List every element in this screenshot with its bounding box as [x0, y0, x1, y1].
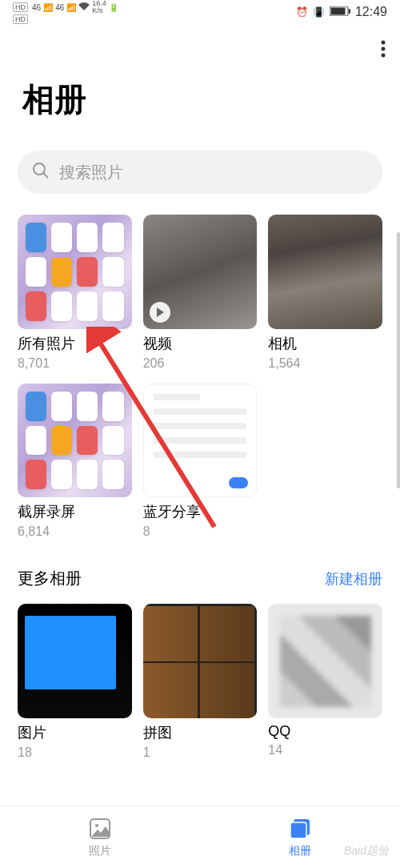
album-count: 8: [143, 524, 258, 539]
search-icon: [32, 162, 50, 183]
svg-point-5: [382, 54, 386, 58]
tab-photos[interactable]: 照片: [0, 817, 200, 858]
album-images[interactable]: 图片 18: [18, 604, 132, 760]
play-icon: [150, 302, 170, 323]
tab-bar: 照片 相册: [0, 806, 400, 868]
album-thumbnail: [18, 604, 132, 718]
album-icon: [288, 817, 312, 841]
album-thumbnail: [268, 215, 382, 329]
svg-point-9: [95, 824, 98, 827]
svg-point-4: [382, 47, 386, 51]
vibrate-icon: 📳: [313, 6, 325, 18]
album-videos[interactable]: 视频 206: [143, 215, 258, 371]
album-count: 14: [268, 743, 382, 757]
album-name: 相机: [268, 334, 382, 353]
album-bluetooth[interactable]: 蓝牙分享 8: [143, 384, 258, 540]
alarm-icon: ⏰: [296, 6, 308, 18]
battery-icon: [330, 6, 350, 18]
more-albums-title: 更多相册: [18, 568, 82, 589]
svg-point-6: [34, 163, 45, 175]
svg-line-7: [43, 173, 48, 178]
wifi-icon: [78, 2, 90, 12]
status-left: HD 46 📶 46 📶 16.4 K/s 🔋 HD: [13, 0, 118, 24]
album-count: 6,814: [18, 524, 132, 539]
album-name: 所有照片: [18, 334, 132, 353]
svg-rect-11: [290, 822, 306, 838]
album-count: 18: [18, 745, 132, 760]
album-qq[interactable]: QQ 14: [268, 604, 382, 760]
hd-badge-2: HD: [13, 14, 28, 24]
album-all-photos[interactable]: 所有照片 8,701: [18, 215, 132, 371]
scroll-indicator[interactable]: [397, 232, 400, 488]
svg-point-3: [382, 41, 386, 45]
tab-label: 照片: [89, 844, 111, 858]
charging-icon: 🔋: [109, 3, 118, 12]
album-thumbnail: [268, 604, 382, 718]
new-album-button[interactable]: 新建相册: [325, 569, 382, 589]
signal-1: 46: [32, 3, 41, 12]
album-thumbnail: [143, 384, 258, 498]
album-thumbnail: [18, 215, 132, 329]
watermark: Baid题验: [344, 844, 389, 858]
time: 12:49: [355, 5, 387, 19]
speed-unit: K/s: [92, 7, 106, 14]
search-bar[interactable]: 搜索照片: [18, 151, 382, 194]
album-thumbnail: [18, 384, 132, 498]
svg-rect-1: [330, 7, 345, 14]
status-right: ⏰ 📳 12:49: [296, 5, 387, 19]
album-count: 1: [143, 745, 258, 760]
search-placeholder: 搜索照片: [59, 162, 123, 183]
album-puzzle[interactable]: 拼图 1: [143, 604, 258, 760]
signal-2: 46: [55, 3, 64, 12]
album-screenshots[interactable]: 截屏录屏 6,814: [18, 384, 132, 540]
page-title: 相册: [0, 62, 400, 151]
album-name: 截屏录屏: [18, 502, 132, 521]
photo-icon: [88, 817, 112, 841]
svg-rect-2: [349, 9, 350, 14]
album-count: 206: [143, 356, 258, 371]
status-bar: HD 46 📶 46 📶 16.4 K/s 🔋 HD ⏰ 📳 12:49: [0, 0, 400, 24]
album-camera[interactable]: 相机 1,564: [268, 215, 382, 371]
album-name: 拼图: [143, 723, 258, 742]
more-menu-icon[interactable]: [381, 40, 386, 62]
tab-label: 相册: [289, 844, 311, 858]
album-name: 图片: [18, 723, 132, 742]
album-count: 8,701: [18, 356, 132, 371]
album-name: 视频: [143, 334, 258, 353]
album-count: 1,564: [268, 356, 382, 371]
album-name: QQ: [268, 723, 382, 740]
album-thumbnail: [143, 215, 258, 329]
album-thumbnail: [143, 604, 258, 718]
album-name: 蓝牙分享: [143, 502, 258, 521]
hd-badge-1: HD: [13, 2, 28, 12]
